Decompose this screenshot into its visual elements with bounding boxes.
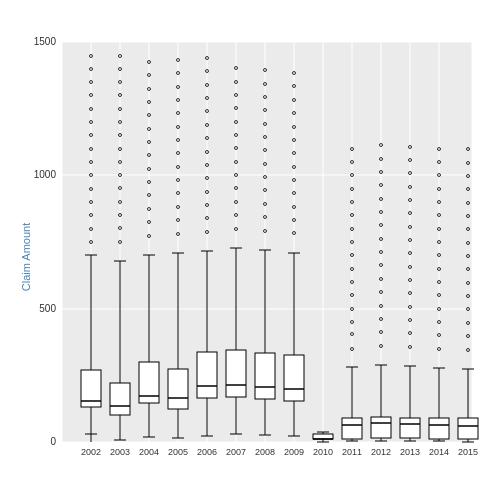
x-tick-2010: 2010	[313, 447, 333, 457]
x-tick-2002: 2002	[81, 447, 101, 457]
box-2008	[255, 353, 275, 399]
x-tick-2012: 2012	[371, 447, 391, 457]
box-2009	[284, 355, 304, 401]
x-tick-2013: 2013	[400, 447, 420, 457]
x-tick-2008: 2008	[255, 447, 275, 457]
y-tick-1500: 1500	[34, 36, 57, 47]
box-2005	[168, 369, 188, 409]
x-tick-2011: 2011	[342, 447, 362, 457]
y-tick-0: 0	[50, 436, 56, 447]
box-2003	[110, 383, 130, 415]
box-2014	[429, 418, 449, 439]
y-axis-label: Claim Amount	[20, 223, 32, 291]
box-2007	[226, 350, 246, 397]
box-2015	[458, 418, 478, 439]
x-tick-2003: 2003	[110, 447, 130, 457]
x-tick-2014: 2014	[429, 447, 449, 457]
chart-container: Claim Amount date.received.year	[0, 0, 504, 504]
box-2006	[197, 352, 217, 398]
box-2012	[371, 417, 391, 438]
x-tick-2005: 2005	[168, 447, 188, 457]
x-tick-2007: 2007	[226, 447, 246, 457]
x-tick-2006: 2006	[197, 447, 217, 457]
x-tick-2004: 2004	[139, 447, 159, 457]
chart-wrapper: Claim Amount date.received.year	[22, 22, 482, 492]
y-tick-1000: 1000	[34, 169, 57, 180]
x-tick-2009: 2009	[284, 447, 304, 457]
x-tick-2015: 2015	[458, 447, 478, 457]
box-2004	[139, 362, 159, 403]
y-tick-500: 500	[39, 303, 56, 314]
box-2011	[342, 418, 362, 439]
box-2013	[400, 418, 420, 438]
boxplot-chart: 0 500 1000 1500 2002 2003 2004 2005 2006…	[22, 22, 482, 492]
